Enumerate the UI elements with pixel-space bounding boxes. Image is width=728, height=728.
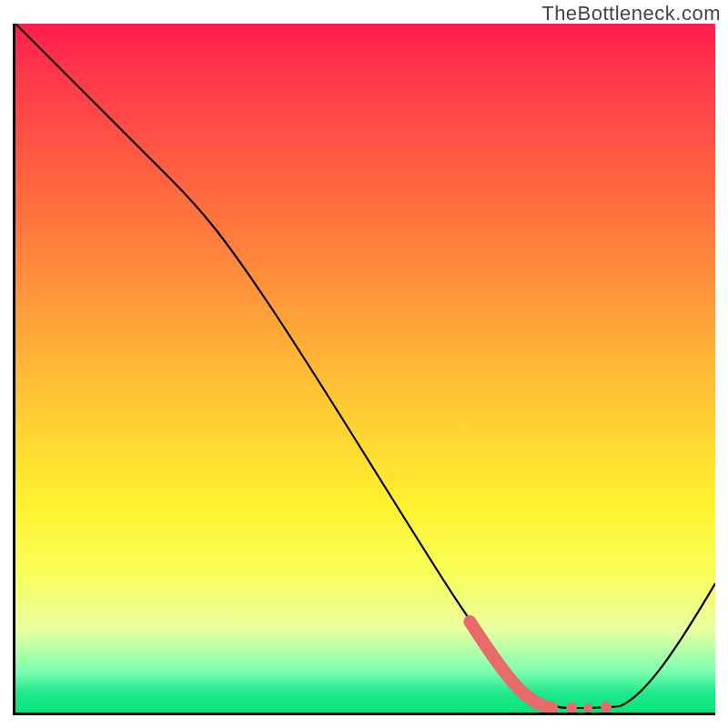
plot-area <box>13 24 715 715</box>
optimal-dot-icon <box>583 703 592 713</box>
curve-layer <box>15 24 715 713</box>
optimal-dot-icon <box>566 703 577 713</box>
bottleneck-curve <box>15 24 715 708</box>
optimal-dot-icon <box>601 702 612 713</box>
chart-frame: TheBottleneck.com <box>0 0 728 728</box>
optimal-range-highlight <box>470 622 551 708</box>
watermark-text: TheBottleneck.com <box>541 2 721 25</box>
